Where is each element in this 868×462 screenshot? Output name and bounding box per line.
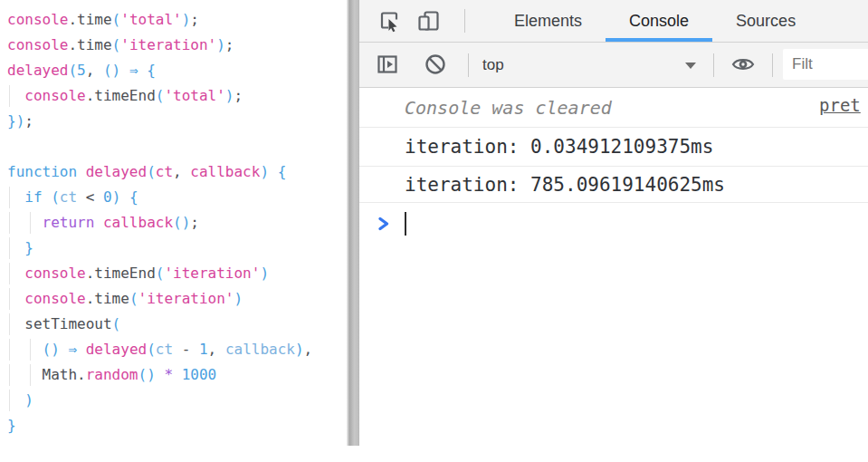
toolbar-divider <box>468 53 469 77</box>
device-toolbar-button[interactable] <box>417 9 441 33</box>
clear-console-button[interactable] <box>424 53 447 76</box>
indent-guide <box>9 390 10 411</box>
console-prompt[interactable] <box>359 203 868 236</box>
indent-guide <box>9 237 10 259</box>
code-line: delayed(5, () ⇒ { <box>7 58 347 83</box>
inspect-element-icon <box>377 9 401 33</box>
inspect-element-button[interactable] <box>377 9 401 33</box>
console-toolbar: top <box>359 43 868 88</box>
indent-guide <box>30 364 31 386</box>
code-line: } <box>7 413 347 438</box>
console-message-row: iteration: 0.034912109375ms <box>359 128 868 167</box>
code-line: console.timeEnd('total'); <box>7 83 347 109</box>
context-selector-label: top <box>482 56 504 74</box>
indent-guide <box>9 263 10 284</box>
indent-guide <box>9 339 10 361</box>
code-line: () ⇒ delayed(ct - 1, callback), <box>7 337 347 362</box>
code-lines: console.time('total');console.time('iter… <box>7 7 347 438</box>
toolbar-divider <box>464 9 465 33</box>
console-cleared-text: Console was cleared <box>405 97 612 119</box>
chevron-down-icon[interactable] <box>685 63 696 69</box>
devtools-panel: Elements Console Sources top <box>359 0 868 462</box>
code-line: console.time('iteration'); <box>7 33 347 58</box>
indent-guide <box>9 187 10 208</box>
code-line: console.timeEnd('iteration') <box>7 261 347 286</box>
code-line: return callback(); <box>7 210 347 236</box>
console-message-row: iteration: 785.09619140625ms <box>359 167 868 203</box>
console-sidebar-icon <box>376 53 399 76</box>
toolbar-divider <box>713 53 714 77</box>
code-line: console.time('iteration') <box>7 286 347 312</box>
indent-guide <box>9 364 10 386</box>
code-line: if (ct < 0) { <box>7 185 347 210</box>
filter-input[interactable] <box>783 49 868 80</box>
code-editor[interactable]: console.time('total');console.time('iter… <box>0 0 347 446</box>
eye-live-expression-icon <box>731 53 755 76</box>
indent-guide <box>30 212 31 234</box>
code-line: console.time('total'); <box>7 7 347 33</box>
context-selector[interactable]: top <box>482 43 504 87</box>
indent-guide <box>9 313 10 335</box>
code-line: function delayed(ct, callback) { <box>7 159 347 185</box>
source-link[interactable]: pret <box>819 95 861 115</box>
devtools-tabs: Elements Console Sources <box>491 0 819 42</box>
code-line: setTimeout( <box>7 312 347 337</box>
console-log-text: iteration: 785.09619140625ms <box>405 174 725 196</box>
clear-console-icon <box>424 53 447 76</box>
devtools-tab-bar: Elements Console Sources <box>359 0 868 43</box>
tab-sources[interactable]: Sources <box>712 0 819 42</box>
code-line: }); <box>7 109 347 134</box>
toolbar-divider <box>772 53 773 77</box>
device-toolbar-icon <box>417 9 441 33</box>
indent-guide <box>9 288 10 310</box>
tab-elements[interactable]: Elements <box>491 0 606 42</box>
indent-guide <box>9 85 10 107</box>
code-line: Math.random() * 1000 <box>7 362 347 388</box>
console-messages: Console was cleared pret iteration: 0.03… <box>359 88 868 236</box>
prompt-chevron-icon <box>376 216 392 232</box>
code-line: } <box>7 236 347 261</box>
code-line <box>7 134 347 159</box>
tab-console[interactable]: Console <box>606 0 712 42</box>
console-log-text: iteration: 0.034912109375ms <box>405 136 713 158</box>
code-line: ) <box>7 388 347 413</box>
console-message-row: Console was cleared pret <box>359 88 868 128</box>
console-sidebar-button[interactable] <box>376 53 399 76</box>
window-divider[interactable] <box>347 0 359 446</box>
live-expression-button[interactable] <box>731 53 755 76</box>
indent-guide <box>30 339 31 361</box>
indent-guide <box>9 212 10 234</box>
text-cursor <box>405 212 406 236</box>
